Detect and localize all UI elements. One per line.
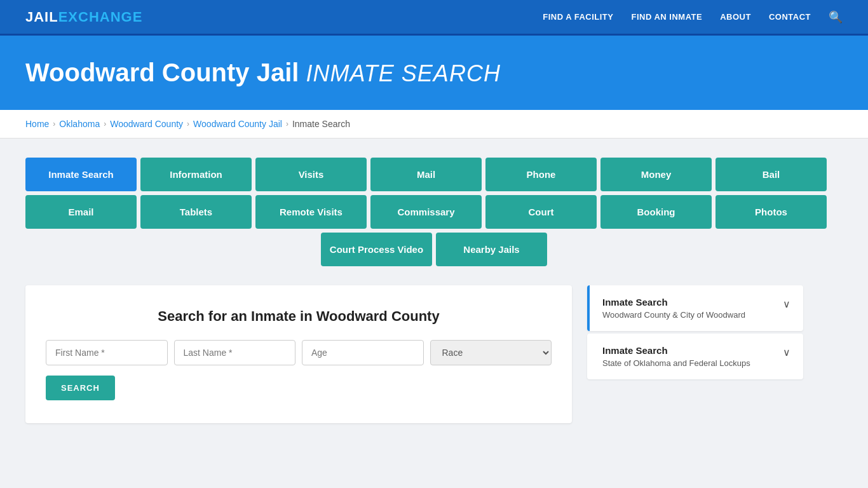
nav-btn-row-3: Court Process Video Nearby Jails [25, 233, 843, 266]
sidebar-item-oklahoma-subtitle: State of Oklahoma and Federal Lockups [602, 358, 750, 368]
btn-visits[interactable]: Visits [255, 158, 367, 191]
hero-section: Woodward County Jail INMATE SEARCH [0, 36, 868, 110]
search-fields: Race White Black Hispanic Asian Native A… [46, 340, 552, 365]
btn-information[interactable]: Information [140, 158, 252, 191]
nav-find-inmate[interactable]: FIND AN INMATE [631, 12, 702, 22]
main-content: Inmate Search Information Visits Mail Ph… [0, 139, 868, 442]
btn-email[interactable]: Email [25, 195, 137, 229]
chevron-down-icon-2: ∨ [783, 346, 790, 358]
btn-bail[interactable]: Bail [715, 158, 827, 191]
breadcrumb-sep-3: › [187, 119, 189, 128]
navbar: JAILEXCHANGE FIND A FACILITY FIND AN INM… [0, 0, 868, 36]
last-name-input[interactable] [174, 340, 296, 365]
btn-photos[interactable]: Photos [715, 195, 827, 229]
nav-buttons: Inmate Search Information Visits Mail Ph… [25, 158, 843, 266]
sidebar-panel: Inmate Search Woodward County & City of … [587, 285, 803, 382]
sidebar-item-woodward-subtitle: Woodward County & City of Woodward [602, 310, 745, 320]
race-select[interactable]: Race White Black Hispanic Asian Native A… [430, 340, 552, 365]
breadcrumb-home[interactable]: Home [25, 119, 49, 129]
breadcrumb-woodward-county[interactable]: Woodward County [110, 119, 183, 129]
sidebar-item-woodward-title: Inmate Search [602, 297, 745, 308]
btn-phone[interactable]: Phone [485, 158, 597, 191]
btn-nearby-jails[interactable]: Nearby Jails [436, 233, 547, 266]
sidebar-item-oklahoma[interactable]: Inmate Search State of Oklahoma and Fede… [587, 334, 803, 379]
logo-exchange: EXCHANGE [58, 9, 143, 25]
btn-money[interactable]: Money [600, 158, 712, 191]
btn-inmate-search[interactable]: Inmate Search [25, 158, 137, 191]
search-button[interactable]: SEARCH [46, 376, 115, 400]
breadcrumb-oklahoma[interactable]: Oklahoma [59, 119, 100, 129]
content-area: Search for an Inmate in Woodward County … [25, 285, 843, 423]
btn-court-process-video[interactable]: Court Process Video [321, 233, 432, 266]
btn-remote-visits[interactable]: Remote Visits [255, 195, 367, 229]
hero-title: Woodward County Jail INMATE SEARCH [25, 58, 843, 87]
nav-about[interactable]: ABOUT [720, 12, 751, 22]
sidebar-item-woodward[interactable]: Inmate Search Woodward County & City of … [587, 285, 803, 331]
breadcrumb-sep-2: › [104, 119, 106, 128]
sidebar-item-oklahoma-title: Inmate Search [602, 345, 750, 356]
sidebar-item-woodward-text: Inmate Search Woodward County & City of … [602, 297, 745, 320]
age-input[interactable] [302, 340, 424, 365]
sidebar-item-oklahoma-text: Inmate Search State of Oklahoma and Fede… [602, 345, 750, 368]
site-logo[interactable]: JAILEXCHANGE [25, 9, 142, 25]
search-panel: Search for an Inmate in Woodward County … [25, 285, 572, 423]
nav-contact[interactable]: CONTACT [769, 12, 811, 22]
breadcrumb-sep-4: › [286, 119, 288, 128]
search-panel-title: Search for an Inmate in Woodward County [46, 308, 552, 325]
chevron-down-icon-1: ∨ [783, 298, 790, 310]
hero-title-main: Woodward County Jail [25, 58, 299, 86]
nav-find-facility[interactable]: FIND A FACILITY [543, 12, 613, 22]
btn-tablets[interactable]: Tablets [140, 195, 252, 229]
logo-jail: JAIL [25, 9, 58, 25]
nav-links: FIND A FACILITY FIND AN INMATE ABOUT CON… [543, 10, 843, 24]
breadcrumb-current: Inmate Search [292, 119, 350, 129]
btn-commissary[interactable]: Commissary [370, 195, 482, 229]
hero-title-italic: INMATE SEARCH [306, 60, 501, 86]
btn-mail[interactable]: Mail [370, 158, 482, 191]
first-name-input[interactable] [46, 340, 168, 365]
breadcrumb-sep-1: › [53, 119, 55, 128]
breadcrumb-woodward-county-jail[interactable]: Woodward County Jail [193, 119, 282, 129]
nav-btn-row-1: Inmate Search Information Visits Mail Ph… [25, 158, 843, 191]
btn-court[interactable]: Court [485, 195, 597, 229]
nav-btn-row-2: Email Tablets Remote Visits Commissary C… [25, 195, 843, 229]
search-icon[interactable]: 🔍 [829, 10, 843, 24]
btn-booking[interactable]: Booking [600, 195, 712, 229]
breadcrumb: Home › Oklahoma › Woodward County › Wood… [0, 110, 868, 139]
